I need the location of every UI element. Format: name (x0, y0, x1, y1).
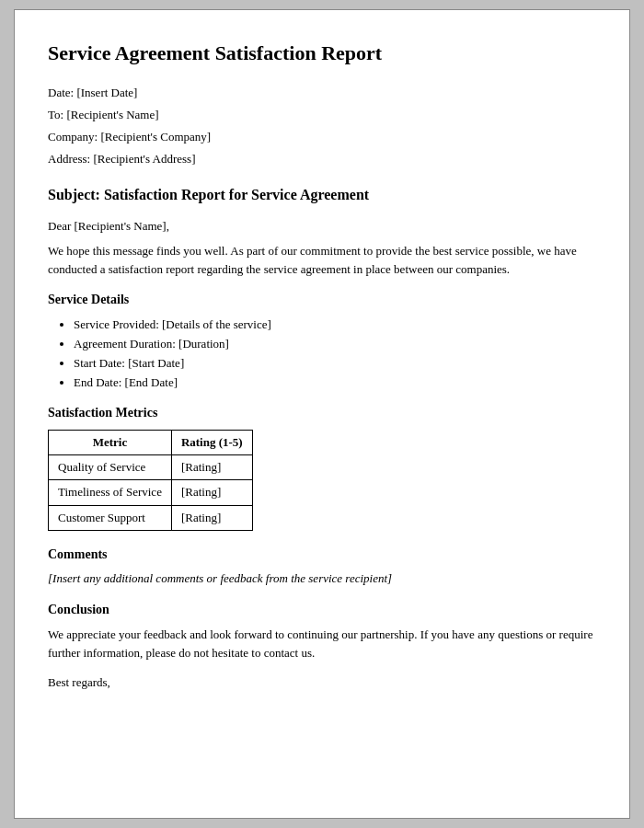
intro-paragraph: We hope this message finds you well. As … (48, 242, 596, 278)
greeting: Dear [Recipient's Name], (48, 218, 596, 235)
satisfaction-metrics-heading: Satisfaction Metrics (48, 404, 596, 422)
table-header-metric: Metric (49, 431, 172, 455)
report-title: Service Agreement Satisfaction Report (48, 40, 596, 68)
date-value: [Insert Date] (76, 86, 137, 99)
closing-regards: Best regards, (48, 674, 596, 691)
conclusion-paragraph: We appreciate your feedback and look for… (48, 626, 596, 661)
table-cell-rating: [Rating] (171, 455, 252, 480)
list-item: Agreement Duration: [Duration] (74, 336, 596, 352)
table-header-rating: Rating (1-5) (171, 431, 252, 455)
service-details-list: Service Provided: [Details of the servic… (74, 316, 596, 392)
company-line: Company: [Recipient's Company] (48, 129, 596, 145)
to-value: [Recipient's Name] (66, 108, 158, 121)
subject-line: Subject: Satisfaction Report for Service… (48, 185, 596, 205)
table-row: Timeliness of Service [Rating] (49, 480, 253, 505)
table-cell-rating: [Rating] (171, 505, 252, 530)
table-row: Quality of Service [Rating] (49, 455, 253, 480)
date-line: Date: [Insert Date] (48, 85, 596, 101)
address-value: [Recipient's Address] (93, 152, 195, 166)
company-label: Company: (48, 130, 98, 144)
to-line: To: [Recipient's Name] (48, 107, 596, 123)
table-row: Customer Support [Rating] (49, 505, 253, 530)
list-item: Service Provided: [Details of the servic… (74, 316, 596, 333)
date-label: Date: (48, 86, 74, 99)
table-cell-metric: Customer Support (49, 505, 172, 530)
metrics-table: Metric Rating (1-5) Quality of Service [… (48, 430, 253, 531)
list-item: Start Date: [Start Date] (74, 355, 596, 372)
company-value: [Recipient's Company] (100, 130, 211, 144)
address-line: Address: [Recipient's Address] (48, 151, 596, 167)
comments-text: [Insert any additional comments or feedb… (48, 570, 596, 587)
table-cell-rating: [Rating] (171, 480, 252, 505)
comments-heading: Comments (48, 546, 596, 564)
address-label: Address: (48, 152, 90, 166)
list-item: End Date: [End Date] (74, 374, 596, 391)
service-details-heading: Service Details (48, 291, 596, 309)
document-page: Service Agreement Satisfaction Report Da… (14, 9, 630, 819)
table-cell-metric: Quality of Service (49, 455, 172, 480)
to-label: To: (48, 108, 63, 121)
table-cell-metric: Timeliness of Service (49, 480, 172, 505)
conclusion-heading: Conclusion (48, 601, 596, 619)
